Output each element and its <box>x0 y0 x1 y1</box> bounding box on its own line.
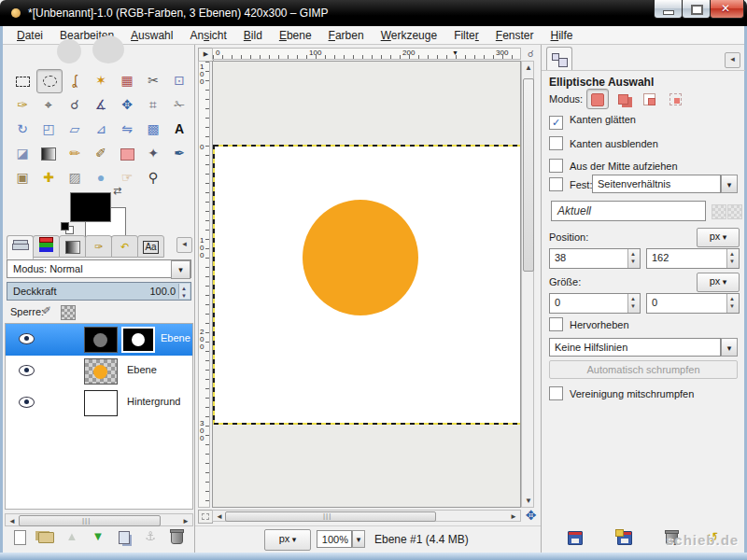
scroll-left-icon[interactable]: ◄ <box>216 512 223 521</box>
selection-mode-replace-button[interactable] <box>586 89 609 109</box>
size-width-spinbox[interactable]: 0 <box>549 293 641 314</box>
undo-history-tab[interactable]: ↶ <box>111 235 138 258</box>
shrink-merged-row[interactable]: Vereinigung mitschrumpfen <box>549 386 694 400</box>
titlebar[interactable]: *[Unbenannt]-1.0 (RGB-Farben, 3 Ebenen) … <box>0 0 747 26</box>
scroll-right-icon[interactable]: ► <box>182 517 190 525</box>
rectangle-select-tool[interactable] <box>10 69 35 91</box>
blur-sharpen-tool[interactable]: ● <box>89 166 113 189</box>
foreground-color-swatch[interactable] <box>70 192 111 222</box>
new-layer-group-button[interactable] <box>35 527 57 546</box>
vertical-ruler[interactable]: 1 0 001 0 02 0 03 0 0 <box>198 61 210 508</box>
right-dock-collapse-button[interactable]: ◂ <box>725 52 740 68</box>
rotate-tool[interactable]: ↻ <box>10 118 35 140</box>
fixed-checkbox[interactable] <box>549 177 563 191</box>
orange-circle-layer[interactable] <box>303 200 418 315</box>
free-select-tool[interactable]: ʆ <box>63 69 87 91</box>
landscape-button[interactable] <box>727 204 742 219</box>
flip-tool[interactable]: ⇋ <box>115 118 139 140</box>
layer-mode-combo[interactable]: Modus: Normal <box>7 259 191 278</box>
dodge-burn-tool[interactable]: ⚲ <box>141 166 165 189</box>
layer-row-1[interactable]: Ebene #1 <box>6 324 192 356</box>
position-unit-dropdown[interactable]: px <box>697 228 740 247</box>
text-tool[interactable]: A <box>167 118 191 140</box>
highlight-row[interactable]: Hervorheben <box>549 317 629 331</box>
scale-tool[interactable]: ◰ <box>36 118 61 140</box>
fonts-tab[interactable]: Aa <box>137 235 164 258</box>
expand-center-row[interactable]: Aus der Mitte aufziehen <box>549 159 678 173</box>
antialias-row[interactable]: ✓Kanten glätten <box>549 114 636 130</box>
menu-item-hilfe[interactable]: Hilfe <box>543 27 582 44</box>
position-y-spinbox[interactable]: 162 <box>646 248 740 269</box>
menu-item-fenster[interactable]: Fenster <box>487 27 543 44</box>
swap-colors-icon[interactable]: ⇄ <box>113 185 121 197</box>
opacity-slider[interactable]: Deckkraft 100.0 <box>7 282 191 301</box>
new-layer-button[interactable] <box>8 527 31 546</box>
paintbrush-tool[interactable]: ✐ <box>89 142 113 164</box>
anchor-layer-button[interactable]: ⚓ <box>139 527 162 546</box>
eraser-tool[interactable] <box>115 142 139 164</box>
foreground-select-tool[interactable]: ⊡ <box>167 69 191 91</box>
opacity-spinner[interactable] <box>178 284 190 299</box>
shear-tool[interactable]: ▱ <box>63 118 87 140</box>
menu-item-farben[interactable]: Farben <box>320 27 373 44</box>
feather-row[interactable]: Kanten ausblenden <box>549 136 658 150</box>
visibility-toggle[interactable] <box>19 365 35 378</box>
gradient-tool[interactable] <box>36 142 61 164</box>
delete-layer-button[interactable] <box>165 527 188 546</box>
layers-hscrollbar[interactable]: ◄ ||| ► <box>5 513 193 526</box>
ink-tool[interactable]: ✒ <box>167 142 191 164</box>
layers-tab[interactable] <box>7 235 34 259</box>
scroll-thumb[interactable] <box>523 78 534 272</box>
guides-combo-drop-icon[interactable] <box>721 338 738 357</box>
cage-transform-tool[interactable]: ▩ <box>141 118 165 140</box>
channels-tab[interactable] <box>33 235 60 258</box>
portrait-button[interactable] <box>712 204 726 219</box>
size-height-spinbox[interactable]: 0 <box>646 293 740 314</box>
size-unit-dropdown[interactable]: px <box>697 273 740 292</box>
unit-dropdown[interactable]: px <box>264 529 311 551</box>
left-dock-collapse-button[interactable]: ◂ <box>176 237 192 253</box>
layer-row-2[interactable]: Ebene <box>6 356 192 387</box>
perspective-clone-tool[interactable]: ▨ <box>63 166 87 189</box>
horizontal-scrollbar[interactable]: ◄ ||| ► <box>212 510 521 522</box>
position-x-spinbox[interactable]: 38 <box>549 248 641 269</box>
scissors-select-tool[interactable]: ✂ <box>141 69 165 91</box>
clone-tool[interactable]: ▣ <box>10 166 35 189</box>
menu-item-filter[interactable]: Filter <box>445 27 487 44</box>
default-colors-icon[interactable] <box>61 222 74 233</box>
menu-item-werkzeuge[interactable]: Werkzeuge <box>373 27 445 44</box>
navigation-icon[interactable]: ✥ <box>522 507 540 524</box>
perspective-tool[interactable]: ⊿ <box>89 118 113 140</box>
visibility-toggle[interactable] <box>19 397 35 410</box>
spinner-arrows-icon[interactable] <box>726 249 739 268</box>
selection-mode-add-button[interactable] <box>613 89 633 107</box>
bucket-fill-tool[interactable]: ◪ <box>10 142 35 164</box>
ellipse-select-tool[interactable] <box>36 69 63 93</box>
vertical-scrollbar[interactable]: ▲ ▼ <box>521 61 534 508</box>
align-tool[interactable]: ⌗ <box>141 93 165 116</box>
horizontal-ruler[interactable]: 0100200300▼ <box>212 48 521 60</box>
menu-item-datei[interactable]: Datei <box>8 27 51 44</box>
shrink-merged-checkbox[interactable] <box>549 386 563 400</box>
layer-row-3[interactable]: Hintergrund <box>6 387 192 419</box>
gradients-tab[interactable] <box>59 235 86 258</box>
minimize-button[interactable] <box>654 0 683 19</box>
zoom-drop-icon[interactable] <box>352 530 365 548</box>
pencil-tool[interactable]: ✏ <box>63 142 87 164</box>
tool-options-tab[interactable] <box>546 47 572 71</box>
fuzzy-select-tool[interactable]: ✶ <box>89 69 113 91</box>
lock-paint-icon[interactable]: ✐ <box>42 304 51 317</box>
guides-combo[interactable]: Keine Hilfslinien <box>549 338 721 357</box>
restore-options-button[interactable] <box>614 529 635 546</box>
close-button[interactable]: ✕ <box>710 0 744 19</box>
antialias-checkbox[interactable]: ✓ <box>549 116 563 130</box>
paths-tool[interactable]: ✑ <box>10 93 35 116</box>
color-picker-tool[interactable]: ⌖ <box>36 93 61 116</box>
selection-mode-subtract-button[interactable] <box>639 89 659 107</box>
menu-item-bild[interactable]: Bild <box>235 27 271 44</box>
spinner-arrows-icon[interactable] <box>726 294 739 313</box>
highlight-checkbox[interactable] <box>549 317 563 331</box>
menu-item-auswahl[interactable]: Auswahl <box>122 27 181 44</box>
crop-tool[interactable]: ✁ <box>167 93 191 116</box>
expand-center-checkbox[interactable] <box>549 159 563 173</box>
